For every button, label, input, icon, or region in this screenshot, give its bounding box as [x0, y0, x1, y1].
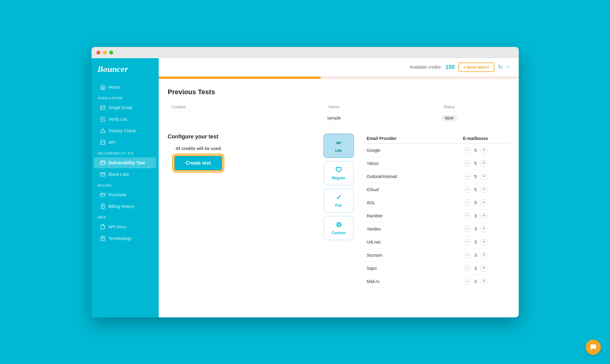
increment-button[interactable]: + — [480, 265, 487, 272]
sidebar-section-deliverability: DELIVERABILITY KIT — [92, 148, 159, 157]
credits-info: 43 credits will be used — [175, 146, 221, 151]
provider-row: Urk.net − 3 + — [363, 235, 510, 248]
increment-button[interactable]: + — [480, 199, 487, 206]
svg-rect-5 — [100, 173, 105, 176]
provider-name: Outlook/Hotmail — [363, 170, 442, 183]
chat-icon — [590, 344, 597, 351]
sidebar-item-home[interactable]: Home — [94, 82, 156, 93]
chat-bubble[interactable] — [586, 340, 601, 355]
provider-count: − 3 + — [442, 222, 509, 235]
decrement-button[interactable]: − — [464, 173, 471, 180]
increment-button[interactable]: + — [480, 212, 487, 219]
provider-name: AOL — [363, 196, 442, 209]
sidebar-item-billing-history[interactable]: Billing History — [94, 201, 156, 212]
sidebar-logo: Bouncer — [92, 64, 159, 81]
previous-tests-table: Created Name Status sample NEW — [168, 102, 510, 124]
provider-count: − 3 + — [442, 275, 509, 288]
settings-button[interactable]: ○ — [506, 64, 510, 70]
providers-table: Email Provider E-mailboxes Google − 5 + … — [363, 134, 510, 288]
sidebar-item-single-email-label: Single Email — [109, 105, 132, 110]
refresh-icon: ↻ — [498, 64, 503, 70]
decrement-button[interactable]: − — [464, 278, 471, 285]
counter-value: 5 — [473, 161, 478, 166]
provider-name: Google — [363, 144, 442, 157]
increment-button[interactable]: + — [480, 186, 487, 193]
progress-bar-fill — [159, 77, 321, 79]
traffic-light-green[interactable] — [109, 51, 113, 55]
provider-count: − 5 + — [442, 144, 509, 157]
deliverability-icon — [100, 160, 106, 166]
increment-button[interactable]: + — [480, 278, 487, 285]
test-card-full[interactable]: ✓ Full — [323, 188, 354, 213]
decrement-button[interactable]: − — [464, 147, 471, 154]
increment-button[interactable]: + — [480, 252, 487, 259]
sidebar-item-block-lists-label: Block Lists — [109, 172, 129, 177]
traffic-light-red[interactable] — [96, 51, 100, 55]
terminology-icon — [100, 236, 106, 241]
increment-button[interactable]: + — [480, 160, 487, 167]
provider-name: Seznam — [363, 248, 442, 262]
decrement-button[interactable]: − — [464, 199, 471, 206]
test-type-cards: ∞ Lite 🛡 Regular ✓ Full ⚙ — [323, 134, 354, 240]
decrement-button[interactable]: − — [464, 239, 471, 245]
test-card-lite[interactable]: ∞ Lite — [323, 134, 354, 158]
decrement-button[interactable]: − — [464, 160, 471, 167]
test-card-custom[interactable]: ⚙ Custom — [323, 216, 354, 240]
traffic-light-yellow[interactable] — [103, 51, 107, 55]
sidebar-section-info: INFO — [92, 212, 159, 221]
provider-row: Google − 5 + — [363, 144, 510, 157]
decrement-button[interactable]: − — [464, 226, 471, 232]
table-row: sample NEW — [168, 112, 510, 124]
provider-row: AOL − 5 + — [363, 196, 510, 209]
provider-count: − 3 + — [442, 262, 509, 275]
settings-icon: ○ — [506, 64, 510, 70]
decrement-button[interactable]: − — [464, 212, 471, 219]
sidebar-section-billing: BILLING — [92, 180, 159, 189]
api-docs-icon — [100, 224, 106, 230]
create-test-button[interactable]: Create test — [174, 155, 223, 171]
counter-value: 3 — [473, 279, 478, 284]
increment-button[interactable]: + — [480, 147, 487, 154]
sidebar-item-purchase[interactable]: Purchase — [94, 189, 156, 200]
sidebar-item-api-docs[interactable]: API Docs — [94, 221, 156, 232]
increment-button[interactable]: + — [480, 239, 487, 245]
need-more-button[interactable]: + Need More? — [458, 62, 494, 72]
home-icon — [100, 84, 106, 90]
billing-history-icon — [100, 204, 106, 209]
counter-value: 3 — [473, 253, 478, 258]
increment-button[interactable]: + — [480, 226, 487, 232]
decrement-button[interactable]: − — [464, 265, 471, 272]
sidebar-item-terminology[interactable]: Terminology — [94, 233, 156, 244]
decrement-button[interactable]: − — [464, 252, 471, 259]
test-card-regular[interactable]: 🛡 Regular — [323, 161, 354, 185]
provider-count: − 3 + — [442, 235, 509, 248]
previous-tests-title: Previous Tests — [168, 88, 510, 96]
col-mailboxes: E-mailboxes — [442, 134, 509, 144]
sidebar-item-terminology-label: Terminology — [109, 236, 132, 241]
lite-icon: ∞ — [336, 139, 341, 147]
col-created: Created — [168, 102, 279, 112]
sidebar-item-block-lists[interactable]: Block Lists — [94, 169, 156, 180]
provider-name: Yahoo — [363, 157, 442, 170]
regular-label: Regular — [332, 176, 345, 180]
sidebar-item-verify-list[interactable]: Verify List — [94, 114, 156, 125]
warning-icon — [100, 128, 106, 134]
svg-rect-4 — [100, 161, 105, 165]
sidebar-item-deliverability-test[interactable]: Deliverability Test — [94, 157, 156, 168]
configure-main: Configure your test 43 credits will be u… — [168, 134, 314, 171]
provider-count: − 5 + — [442, 170, 509, 183]
svg-rect-0 — [100, 106, 105, 109]
counter-value: 5 — [473, 148, 478, 153]
provider-row: Yahoo − 5 + — [363, 157, 510, 170]
browser-titlebar — [92, 47, 519, 58]
increment-button[interactable]: + — [480, 173, 487, 180]
sidebar-item-single-email[interactable]: Single Email — [94, 102, 156, 113]
block-lists-icon — [100, 172, 106, 177]
progress-bar — [159, 77, 519, 79]
sidebar-item-api[interactable]: API — [94, 137, 156, 148]
provider-name: Rambler — [363, 209, 442, 222]
refresh-button[interactable]: ↻ — [498, 64, 503, 70]
decrement-button[interactable]: − — [464, 186, 471, 193]
sidebar-item-toxicity-check[interactable]: Toxicity Check — [94, 125, 156, 136]
svg-rect-6 — [100, 193, 105, 196]
